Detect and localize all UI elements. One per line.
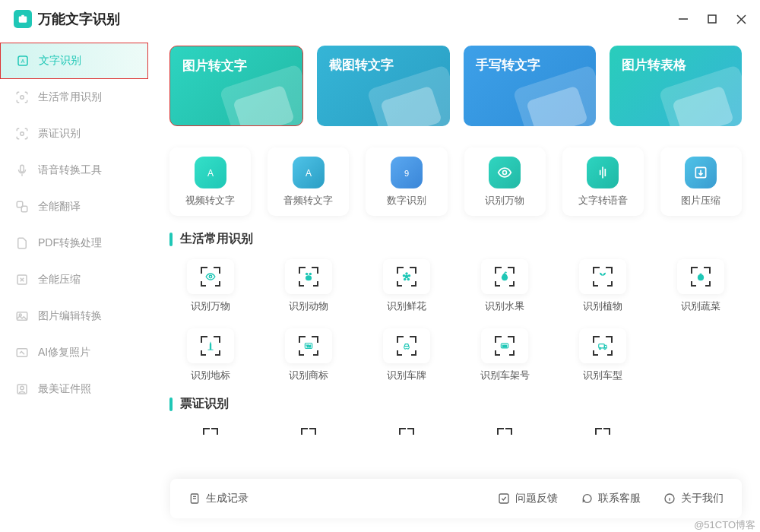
tool-label: 视频转文字	[185, 195, 235, 207]
watermark: @51CTO博客	[694, 518, 755, 532]
hero-screenshot-to-text[interactable]: 截图转文字	[317, 46, 449, 126]
svg-point-9	[21, 132, 24, 136]
recog-label: 识别动物	[289, 300, 328, 313]
recog-item[interactable]: 识别地标	[169, 328, 251, 382]
hero-label: 截图转文字	[329, 58, 394, 72]
image-icon	[15, 309, 29, 323]
svg-point-32	[404, 278, 407, 281]
close-button[interactable]	[736, 14, 746, 24]
sidebar-item-label: 语音转换工具	[38, 163, 102, 177]
sidebar-item-idphoto[interactable]: 最美证件照	[0, 371, 148, 407]
sidebar-item-pdf[interactable]: PDF转换处理	[0, 225, 148, 261]
recog-icon	[383, 424, 430, 439]
feedback-button[interactable]: 问题反馈	[498, 492, 558, 505]
recog-item[interactable]: 识别万物	[169, 259, 251, 313]
sidebar-item-label: AI修复照片	[38, 346, 90, 359]
svg-rect-0	[19, 17, 27, 23]
recog-label: 识别车架号	[480, 369, 530, 382]
tool-text-to-speech[interactable]: 文字转语音	[562, 147, 644, 216]
recog-icon	[187, 424, 234, 439]
svg-point-33	[403, 274, 406, 277]
hero-label: 图片转表格	[622, 58, 686, 72]
recog-icon	[285, 424, 332, 439]
svg-point-18	[21, 386, 24, 390]
recog-icon	[285, 259, 332, 294]
audio-icon	[15, 163, 29, 177]
svg-text:TM: TM	[306, 344, 311, 348]
maximize-button[interactable]	[707, 14, 717, 24]
app-title: 万能文字识别	[38, 10, 120, 28]
bottom-bar: 生成记录 问题反馈 联系客服 关于我们	[170, 479, 742, 518]
svg-rect-10	[21, 165, 24, 172]
sidebar-item-text-ocr[interactable]: A 文字识别	[0, 43, 148, 79]
recog-icon	[187, 259, 234, 294]
sidebar-item-audio[interactable]: 语音转换工具	[0, 152, 148, 188]
svg-point-24	[209, 275, 212, 278]
sidebar-item-ai-restore[interactable]: AI修复照片	[0, 334, 148, 371]
life-recognition-grid: 识别万物识别动物识别鲜花识别水果识别植物识别蔬菜识别地标TM识别商标识别车牌99…	[169, 259, 742, 382]
number-icon: 9	[391, 157, 423, 188]
tool-row: A视频转文字 A音频转文字 9数字识别 识别万物 文字转语音 图片压缩	[169, 147, 742, 216]
recog-item[interactable]	[169, 424, 251, 439]
recog-item[interactable]	[464, 424, 545, 439]
tool-label: 图片压缩	[681, 195, 720, 207]
tool-recognize-all[interactable]: 识别万物	[464, 147, 546, 216]
recog-item[interactable]: TM识别商标	[268, 328, 349, 382]
hero-image-to-table[interactable]: 图片转表格	[610, 46, 742, 126]
ai-icon	[15, 346, 29, 359]
generate-records-button[interactable]: 生成记录	[188, 492, 249, 505]
tool-audio-to-text[interactable]: A音频转文字	[268, 147, 349, 216]
pdf-icon	[15, 236, 29, 250]
recog-item[interactable]	[366, 424, 447, 439]
compress-icon	[15, 273, 29, 287]
recog-item[interactable]: 识别车牌	[366, 328, 447, 382]
sidebar: A 文字识别 生活常用识别 票证识别 语音转换工具 全能翻译 PDF转换处理 全…	[0, 38, 148, 532]
recog-item[interactable]	[268, 424, 349, 439]
recog-icon	[677, 259, 724, 294]
about-button[interactable]: 关于我们	[663, 492, 724, 505]
tool-number-ocr[interactable]: 9数字识别	[366, 147, 447, 216]
recog-icon	[187, 328, 234, 363]
idphoto-icon	[15, 382, 29, 396]
tool-video-to-text[interactable]: A视频转文字	[169, 147, 251, 216]
recog-item[interactable]: 999识别车架号	[464, 328, 545, 382]
recog-icon	[481, 424, 528, 439]
support-button[interactable]: 联系客服	[581, 492, 641, 505]
hero-image-to-text[interactable]: 图片转文字	[169, 46, 303, 126]
download-icon	[685, 157, 717, 188]
svg-point-30	[408, 274, 411, 277]
recog-label: 识别蔬菜	[681, 300, 720, 313]
recog-item[interactable]: 识别车型	[562, 328, 644, 382]
sidebar-item-label: 全能翻译	[38, 200, 81, 214]
recog-item[interactable]: 识别蔬菜	[660, 259, 742, 313]
tool-label: 音频转文字	[283, 195, 333, 207]
sidebar-item-ticket[interactable]: 票证识别	[0, 116, 148, 152]
recog-item[interactable]: 识别植物	[562, 259, 644, 313]
chat-icon	[581, 492, 593, 505]
svg-point-8	[21, 96, 24, 100]
sidebar-item-label: 最美证件照	[38, 382, 91, 396]
recog-item[interactable]: 识别水果	[464, 259, 545, 313]
recog-label: 识别鲜花	[387, 300, 426, 313]
sidebar-item-compress[interactable]: 全能压缩	[0, 261, 148, 298]
tool-image-compress[interactable]: 图片压缩	[660, 147, 742, 216]
svg-point-29	[405, 272, 408, 275]
sidebar-item-translate[interactable]: 全能翻译	[0, 188, 148, 225]
sidebar-item-life[interactable]: 生活常用识别	[0, 79, 148, 116]
sidebar-item-image-edit[interactable]: 图片编辑转换	[0, 298, 148, 334]
radio-icon: A	[293, 157, 325, 188]
recog-item[interactable]	[562, 424, 644, 439]
recog-label: 识别车牌	[387, 369, 426, 382]
sidebar-item-label: 全能压缩	[38, 273, 81, 287]
recog-icon	[383, 328, 430, 363]
minimize-button[interactable]	[678, 14, 689, 24]
recog-item[interactable]: 识别动物	[268, 259, 349, 313]
svg-point-27	[306, 275, 312, 280]
hero-row: 图片转文字 截图转文字 手写转文字 图片转表格	[169, 46, 742, 126]
ticket-recognition-grid	[169, 424, 742, 439]
recog-item[interactable]: 识别鲜花	[366, 259, 447, 313]
svg-text:A: A	[21, 58, 24, 65]
svg-point-28	[405, 275, 409, 279]
hero-handwriting-to-text[interactable]: 手写转文字	[464, 46, 596, 126]
feedback-label: 问题反馈	[515, 492, 558, 505]
